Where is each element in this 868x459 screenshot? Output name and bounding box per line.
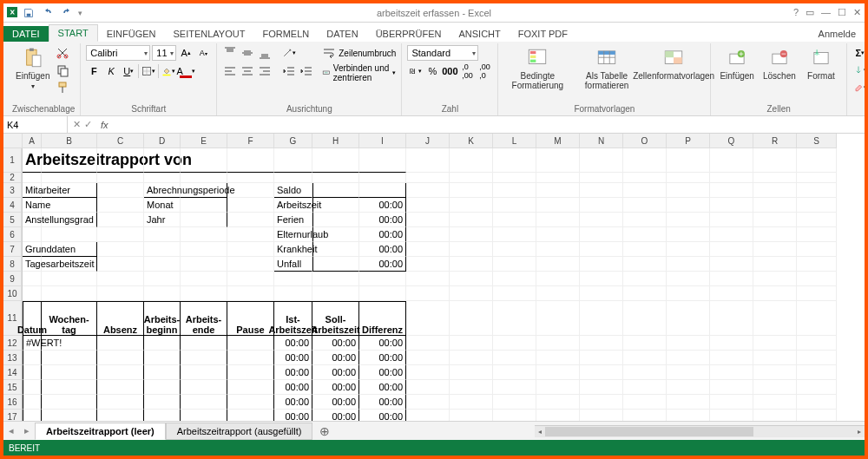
maximize-icon[interactable]: ☐ — [838, 7, 846, 18]
group-cells: Einfügen Löschen Format Zellen — [711, 43, 846, 115]
svg-rect-3 — [30, 49, 34, 51]
cancel-formula-icon[interactable]: ✕ — [73, 119, 81, 130]
cut-icon[interactable] — [55, 45, 70, 61]
italic-button[interactable]: K — [103, 63, 119, 79]
help-icon[interactable]: ? — [793, 7, 799, 18]
borders-icon[interactable]: ▾ — [141, 63, 156, 79]
qat-customize-icon[interactable]: ▾ — [78, 9, 82, 17]
decrease-indent-icon[interactable] — [281, 63, 297, 79]
formula-bar: K4 ✕ ✓ fx — [3, 116, 865, 134]
ribbon-display-icon[interactable]: ▭ — [806, 7, 814, 18]
cell-styles-icon — [662, 47, 685, 69]
svg-rect-23 — [674, 57, 682, 63]
sheet-tab-active[interactable]: Arbeitszeitrapport (leer) — [35, 423, 166, 440]
conditional-formatting-button[interactable]: Bedingte Formatierung — [503, 45, 571, 92]
number-format-combo[interactable]: Standard — [407, 45, 478, 61]
underline-button[interactable]: U ▾ — [121, 63, 136, 79]
align-middle-icon[interactable] — [240, 45, 255, 61]
qat-undo-icon[interactable] — [40, 5, 56, 21]
align-center-icon[interactable] — [240, 63, 255, 79]
increase-decimal-icon[interactable]: ,0,00 — [459, 63, 475, 79]
font-color-icon[interactable]: A▾ — [178, 63, 194, 79]
format-cells-button[interactable]: Format — [801, 45, 841, 82]
tab-foxit[interactable]: Foxit PDF — [510, 26, 576, 42]
excel-icon — [7, 7, 17, 19]
sheet-tab-other[interactable]: Arbeitszeitrapport (ausgefüllt) — [166, 423, 313, 440]
autosum-icon[interactable]: Σ▾ — [852, 45, 868, 61]
insert-cells-icon — [726, 47, 748, 69]
percent-icon[interactable]: % — [424, 63, 440, 79]
spreadsheet-grid[interactable]: ABCDEFGHIJKLMNOPQRS 12345678910111213141… — [3, 134, 865, 421]
paste-icon — [22, 47, 44, 69]
status-bar: BEREIT — [3, 440, 865, 456]
table-fmt-icon — [595, 47, 618, 69]
select-all-cell[interactable] — [3, 134, 23, 148]
align-right-icon[interactable] — [257, 63, 273, 79]
new-sheet-icon[interactable]: ⊕ — [312, 424, 337, 438]
horizontal-scrollbar[interactable]: ◂▸ — [535, 425, 865, 437]
group-clipboard: Einfügen▾ Zwischenablage — [7, 43, 81, 115]
cell-styles-button[interactable]: Zellenformatvorlagen — [642, 45, 705, 82]
align-bottom-icon[interactable] — [257, 45, 273, 61]
font-name-combo[interactable]: Calibri — [86, 45, 150, 61]
sheet-nav-prev-icon[interactable]: ◂ — [3, 425, 19, 436]
cond-fmt-icon — [526, 47, 549, 69]
merge-center-button[interactable]: Verbinden und zentrieren▾ — [321, 63, 396, 82]
comma-icon[interactable]: 000 — [442, 63, 457, 79]
wrap-icon — [321, 45, 337, 61]
merge-icon — [321, 65, 332, 81]
svg-rect-1 — [27, 13, 31, 16]
tab-start[interactable]: START — [49, 24, 98, 42]
decrease-font-icon[interactable]: A▾ — [195, 45, 211, 61]
svg-rect-11 — [163, 75, 171, 76]
insert-cells-button[interactable]: Einfügen — [716, 45, 757, 82]
format-as-table-button[interactable]: Als Tabelle formatieren — [573, 45, 641, 92]
fill-color-icon[interactable]: ▾ — [161, 63, 176, 79]
svg-rect-12 — [180, 75, 192, 78]
align-top-icon[interactable] — [222, 45, 238, 61]
column-headers[interactable]: ABCDEFGHIJKLMNOPQRS — [23, 134, 837, 148]
increase-font-icon[interactable]: A▴ — [178, 45, 194, 61]
enter-formula-icon[interactable]: ✓ — [84, 119, 92, 130]
qat-save-icon[interactable] — [21, 5, 36, 21]
group-font: Calibri 11 A▴ A▾ F K U ▾ ▾ ▾ A▾ Schrifta… — [81, 43, 217, 115]
fx-icon[interactable]: fx — [97, 120, 108, 130]
format-cells-icon — [810, 47, 832, 69]
tab-formulas[interactable]: FORMELN — [253, 26, 318, 42]
cells-area[interactable]: Arbeitszeitrapport vonMitarbeiterAbrechn… — [23, 148, 837, 421]
wrap-text-button[interactable]: Zeilenumbruch — [321, 45, 396, 61]
sheet-nav-next-icon[interactable]: ▸ — [19, 425, 35, 436]
format-painter-icon[interactable] — [55, 80, 70, 95]
minimize-icon[interactable]: — — [821, 7, 831, 18]
tab-view[interactable]: ANSICHT — [450, 26, 509, 42]
ribbon: Einfügen▾ Zwischenablage Calibri 11 A▴ A… — [3, 42, 865, 116]
row-headers[interactable]: 123456789101112131415161718192021 — [3, 148, 23, 421]
tab-review[interactable]: ÜBERPRÜFEN — [367, 26, 450, 42]
tab-insert[interactable]: EINFÜGEN — [98, 26, 165, 42]
name-box[interactable]: K4 — [3, 116, 68, 133]
ribbon-tabs: DATEI START EINFÜGEN SEITENLAYOUT FORMEL… — [3, 23, 865, 42]
fill-icon[interactable]: ▾ — [852, 62, 868, 78]
bold-button[interactable]: F — [86, 63, 102, 79]
close-icon[interactable]: ✕ — [853, 7, 861, 18]
decrease-decimal-icon[interactable]: ,00,0 — [477, 63, 492, 79]
copy-icon[interactable] — [55, 62, 70, 78]
svg-rect-28 — [814, 53, 828, 64]
font-size-combo[interactable]: 11 — [152, 45, 176, 61]
sign-in-link[interactable]: Anmelde — [810, 26, 865, 42]
paste-button[interactable]: Einfügen▾ — [12, 45, 53, 92]
svg-text:₪: ₪ — [411, 68, 416, 75]
tab-data[interactable]: DATEN — [318, 26, 366, 42]
tab-file[interactable]: DATEI — [3, 26, 49, 42]
svg-rect-18 — [530, 60, 536, 62]
group-styles: Bedingte Formatierung Als Tabelle format… — [498, 43, 711, 115]
delete-cells-button[interactable]: Löschen — [760, 45, 799, 82]
orientation-icon[interactable]: ▾ — [281, 45, 297, 61]
qat-redo-icon[interactable] — [59, 5, 75, 21]
increase-indent-icon[interactable] — [299, 63, 314, 79]
group-editing: Σ▾ ▾ ▾ AZSortieren und Filtern Suchen un… — [847, 43, 868, 115]
tab-pagelayout[interactable]: SEITENLAYOUT — [164, 26, 253, 42]
clear-icon[interactable]: ▾ — [852, 80, 868, 95]
currency-icon[interactable]: ₪▾ — [407, 63, 423, 79]
align-left-icon[interactable] — [222, 63, 238, 79]
